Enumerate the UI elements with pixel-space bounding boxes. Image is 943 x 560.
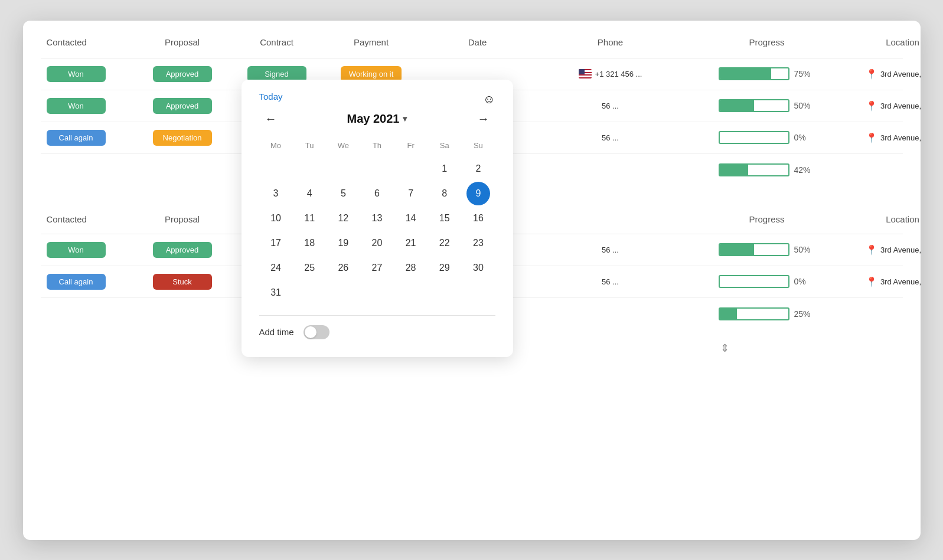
add-time-toggle[interactable] xyxy=(304,325,329,339)
progress-bar-inner xyxy=(720,68,771,79)
location-cell: 📍 3rd Avenue, Ne... xyxy=(850,271,921,292)
calendar-day[interactable]: 22 xyxy=(433,231,456,255)
calendar-day[interactable]: 10 xyxy=(264,207,288,230)
month-dropdown-icon[interactable]: ▾ xyxy=(403,114,407,123)
toggle-knob xyxy=(305,326,316,338)
calendar-day[interactable]: 6 xyxy=(365,182,389,205)
phone-cell: +1 321 456 ... xyxy=(537,64,684,83)
date-cell[interactable] xyxy=(419,69,537,78)
col-progress: Progress xyxy=(684,32,850,52)
progress-bar-outer xyxy=(719,67,789,80)
next-month-button[interactable]: → xyxy=(472,110,495,128)
proposal-badge[interactable]: Approved xyxy=(153,242,212,258)
calendar-day[interactable]: 5 xyxy=(331,182,355,205)
location-text: 3rd Avenue, Ne... xyxy=(880,277,921,286)
contacted-badge[interactable]: Won xyxy=(47,98,106,114)
col-contacted: Contacted xyxy=(41,32,135,52)
calendar-day[interactable]: 19 xyxy=(331,231,355,255)
empty-cell xyxy=(537,309,684,319)
location-icon: 📍 xyxy=(866,68,877,80)
calendar-day[interactable]: 14 xyxy=(399,207,423,230)
table1-header: Contacted Proposal Contract Payment Date… xyxy=(41,32,903,58)
prev-month-button[interactable]: ← xyxy=(259,110,283,128)
col-date: Date xyxy=(419,32,537,52)
calendar-day[interactable]: 17 xyxy=(264,231,288,255)
phone-text: +1 321 456 ... xyxy=(595,70,642,78)
calendar-day[interactable]: 4 xyxy=(298,182,321,205)
progress-bar-container: 75% xyxy=(719,67,815,80)
empty-cell xyxy=(850,309,921,319)
calendar-day[interactable]: 31 xyxy=(264,281,288,304)
day-header-tu: Tu xyxy=(293,139,327,152)
month-year-label: May 2021 ▾ xyxy=(347,112,407,126)
add-time-row: Add time xyxy=(259,325,495,339)
contacted-badge[interactable]: Won xyxy=(47,242,106,258)
calendar-day[interactable]: 28 xyxy=(399,256,423,280)
location-text: 3rd Avenue, NY... xyxy=(880,133,921,142)
location-icon: 📍 xyxy=(866,100,877,112)
phone-cell: 56 ... xyxy=(537,241,684,259)
empty-cell xyxy=(41,165,135,175)
calendar-day[interactable]: 12 xyxy=(331,207,355,230)
progress-cell: 50% xyxy=(684,238,850,261)
contacted-cell: Won xyxy=(41,61,135,87)
location-icon: 📍 xyxy=(866,276,877,287)
calendar-day[interactable]: 9 xyxy=(466,182,490,205)
calendar-day[interactable]: 18 xyxy=(298,231,321,255)
phone-text: 56 ... xyxy=(602,245,619,254)
proposal-cell: Approved xyxy=(135,61,230,87)
calendar-day[interactable]: 20 xyxy=(365,231,389,255)
col-contacted2: Contacted xyxy=(41,209,135,229)
phone-text: 56 ... xyxy=(602,101,619,110)
calendar-day[interactable]: 8 xyxy=(433,182,456,205)
contacted-cell: Won xyxy=(41,237,135,263)
progress-cell: 50% xyxy=(684,94,850,117)
calendar-day[interactable]: 24 xyxy=(264,256,288,280)
month-year-text: May 2021 xyxy=(347,112,400,126)
calendar-day[interactable]: 27 xyxy=(365,256,389,280)
progress-pct: 75% xyxy=(794,69,815,78)
phone-text: 56 ... xyxy=(602,133,619,142)
day-headers: Mo Tu We Th Fr Sa Su xyxy=(259,139,495,152)
progress-sort-icon[interactable]: ⇕ xyxy=(720,342,729,354)
location-icon: 📍 xyxy=(866,244,877,256)
col-phone: Phone xyxy=(537,32,684,52)
progress-cell: 0% xyxy=(684,126,850,149)
today-button[interactable]: Today xyxy=(259,91,283,101)
col-phone2 xyxy=(537,209,684,229)
emoji-button[interactable]: ☺ xyxy=(483,93,495,106)
calendar-day[interactable]: 2 xyxy=(466,157,490,181)
calendar-day[interactable]: 23 xyxy=(466,231,490,255)
calendar-day[interactable]: 1 xyxy=(433,157,456,181)
proposal-badge[interactable]: Approved xyxy=(153,98,212,114)
col-payment: Payment xyxy=(324,32,419,52)
calendar-day[interactable]: 30 xyxy=(466,256,490,280)
location-cell: 📍 3rd Avenue, Ne... xyxy=(850,64,921,84)
calendar-day[interactable]: 7 xyxy=(399,182,423,205)
location-text: 3rd Avenue, Ne... xyxy=(880,70,921,78)
calendar-day[interactable]: 15 xyxy=(433,207,456,230)
proposal-badge[interactable]: Negotiation xyxy=(153,130,212,146)
day-header-we: We xyxy=(327,139,360,152)
empty-cell xyxy=(850,165,921,175)
empty-cell xyxy=(135,309,230,319)
calendar-day[interactable]: 13 xyxy=(365,207,389,230)
calendar-day[interactable]: 21 xyxy=(399,231,423,255)
calendar-day[interactable]: 3 xyxy=(264,182,288,205)
contacted-badge[interactable]: Won xyxy=(47,66,106,82)
calendar-day[interactable]: 29 xyxy=(433,256,456,280)
location-cell: 📍 3rd Avenue, NY... xyxy=(850,127,921,148)
calendar-day[interactable]: 11 xyxy=(298,207,321,230)
calendar-nav: ← May 2021 ▾ → xyxy=(259,110,495,128)
calendar-day[interactable]: 25 xyxy=(298,256,321,280)
proposal-badge[interactable]: Approved xyxy=(153,66,212,82)
calendar-day[interactable]: 26 xyxy=(331,256,355,280)
contacted-badge[interactable]: Call again xyxy=(47,130,106,146)
contacted-badge[interactable]: Call again xyxy=(47,274,106,290)
proposal-cell: Approved xyxy=(135,93,230,119)
proposal-badge[interactable]: Stuck xyxy=(153,274,212,290)
day-header-su: Su xyxy=(461,139,495,152)
col-proposal2: Proposal xyxy=(135,209,230,229)
calendar-day[interactable]: 16 xyxy=(466,207,490,230)
add-time-label: Add time xyxy=(259,327,294,337)
